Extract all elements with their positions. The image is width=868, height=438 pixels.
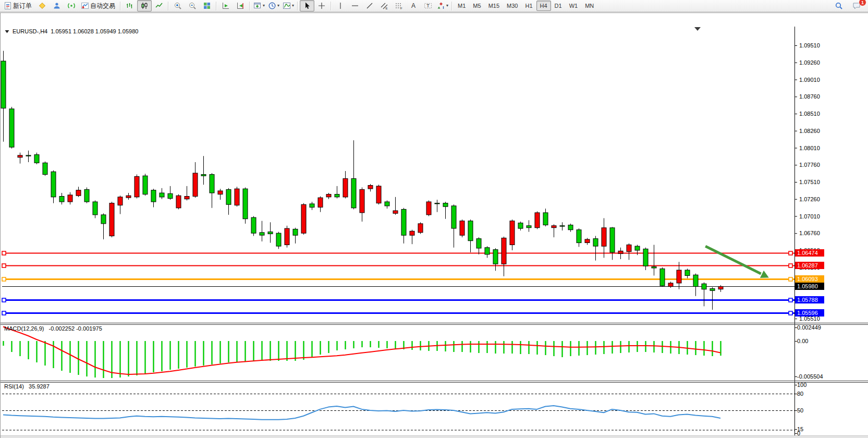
search-icon — [835, 2, 843, 10]
line-handle[interactable] — [2, 251, 6, 255]
toolbar-separator — [249, 2, 250, 10]
vertical-line-icon — [336, 2, 345, 10]
chart-symbol-label: EURUSD-,H4 — [13, 28, 47, 34]
candle-body — [677, 270, 681, 283]
zoom-in-button[interactable] — [170, 0, 185, 11]
line-handle[interactable] — [2, 298, 6, 302]
text-tool-button[interactable]: A — [406, 0, 421, 11]
line-handle[interactable] — [789, 298, 792, 302]
horizontal-line-objects[interactable] — [2, 253, 794, 313]
line-handle[interactable] — [2, 311, 6, 315]
macd-values-label: -0.002252 -0.001975 — [49, 325, 102, 332]
rsi-line — [3, 406, 720, 420]
channel-tool-button[interactable]: E — [377, 0, 392, 11]
chart-shift-icon — [236, 2, 244, 10]
bar-chart-icon — [126, 2, 134, 10]
zoom-out-button[interactable] — [185, 0, 200, 11]
rsi-value-label: 35.9287 — [29, 383, 50, 390]
line-handle[interactable] — [2, 264, 6, 267]
timeframe-button-d1[interactable]: D1 — [551, 1, 566, 11]
equidistant-channel-icon: E — [380, 2, 388, 10]
timeframe-button-h4[interactable]: H4 — [536, 1, 551, 11]
candle-body — [718, 286, 723, 289]
candle-body — [543, 213, 548, 225]
auto-scroll-button[interactable] — [218, 0, 233, 11]
candle-body — [118, 197, 123, 205]
candle-body — [1, 61, 6, 108]
text-label-tool-button[interactable]: T — [421, 0, 435, 11]
clock-icon — [268, 2, 276, 10]
chevron-down-icon: ▾ — [292, 4, 294, 8]
line-handle[interactable] — [789, 251, 792, 255]
candle-body — [151, 190, 156, 202]
candle-body — [343, 179, 348, 197]
candle-body — [451, 206, 456, 228]
candle-body — [276, 233, 281, 246]
timeframe-button-m1[interactable]: M1 — [454, 1, 469, 11]
line-handle[interactable] — [2, 277, 6, 281]
timeframe-button-m5[interactable]: M5 — [469, 1, 484, 11]
signals-button[interactable] — [64, 0, 79, 11]
candle-body — [301, 204, 306, 233]
timeframe-button-mn[interactable]: MN — [581, 1, 597, 11]
fibonacci-tool-button[interactable]: F — [392, 0, 406, 11]
trendline-tool-button[interactable] — [362, 0, 377, 11]
horizontal-line-tool-button[interactable] — [348, 0, 362, 11]
community-button[interactable] — [50, 0, 64, 11]
macd-axis-label: -0.005504 — [797, 373, 823, 380]
candle-body — [502, 238, 506, 264]
timeframe-button-m30[interactable]: M30 — [503, 1, 521, 11]
toolbar-separator — [120, 2, 121, 10]
symbol-dropdown-icon[interactable] — [5, 30, 9, 33]
price-tag: 1.06093 — [795, 275, 824, 283]
trend-arrow-shaft[interactable] — [705, 246, 761, 274]
candle-body — [552, 226, 556, 228]
timeframe-button-w1[interactable]: W1 — [566, 1, 582, 11]
text-icon: A — [409, 2, 418, 10]
timeframe-button-h1[interactable]: H1 — [521, 1, 536, 11]
tile-windows-button[interactable] — [200, 0, 214, 11]
y-axis-label: 1.08260 — [799, 128, 820, 134]
line-chart-mode-button[interactable] — [152, 0, 166, 11]
candle-body — [143, 176, 148, 194]
candle-body — [59, 197, 64, 202]
line-handle[interactable] — [789, 311, 792, 315]
search-button[interactable] — [832, 0, 846, 11]
chart-shift-marker[interactable] — [694, 27, 701, 31]
candle-body — [685, 270, 690, 276]
candle-body — [493, 250, 498, 264]
chart-shift-button[interactable] — [233, 0, 248, 11]
y-axis-label: 1.06760 — [799, 230, 820, 236]
trend-arrow[interactable] — [705, 246, 769, 278]
candle-body — [527, 226, 531, 228]
new-chart-button[interactable]: ▾ — [252, 0, 266, 11]
trend-arrow-head[interactable] — [760, 271, 769, 278]
price-tag: 1.05980 — [795, 283, 824, 290]
candle-body — [535, 213, 540, 228]
vertical-line-tool-button[interactable] — [333, 0, 348, 11]
indicators-button[interactable]: ▾ — [281, 0, 296, 11]
rsi-axis-label: 80 — [797, 391, 803, 397]
candle-body — [210, 175, 214, 193]
periods-button[interactable]: ▾ — [266, 0, 281, 11]
timeframe-button-m15[interactable]: M15 — [485, 1, 503, 11]
mql-community-button[interactable] — [35, 0, 50, 11]
cursor-tool-button[interactable] — [300, 0, 314, 11]
candle-body — [585, 239, 590, 243]
candle-body — [710, 288, 715, 290]
notifications-button[interactable]: 1 — [849, 0, 864, 11]
auto-trading-button[interactable]: 自动交易 — [79, 0, 118, 11]
candle-body — [485, 248, 490, 254]
candlestick-mode-button[interactable] — [137, 0, 152, 11]
bar-chart-mode-button[interactable] — [123, 0, 137, 11]
y-axis-label: 1.09010 — [799, 77, 820, 83]
line-handle[interactable] — [789, 264, 792, 267]
macd-panel — [3, 327, 721, 379]
fibonacci-icon: F — [395, 2, 403, 10]
crosshair-tool-button[interactable] — [314, 0, 329, 11]
candle-body — [101, 215, 106, 224]
arrows-tool-button[interactable]: ▾ — [435, 0, 450, 11]
toolbar: 新订单 自动交易 — [0, 0, 868, 12]
line-handle[interactable] — [789, 277, 792, 281]
new-order-button[interactable]: 新订单 — [2, 0, 35, 11]
